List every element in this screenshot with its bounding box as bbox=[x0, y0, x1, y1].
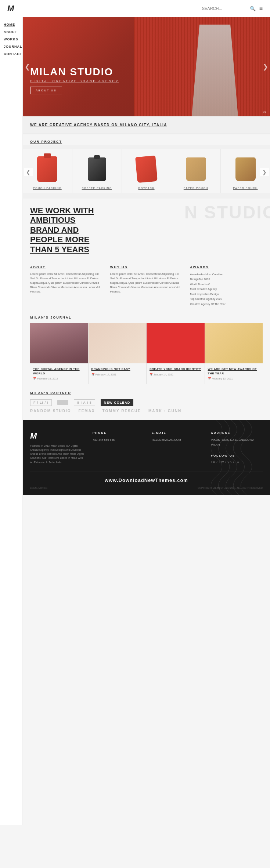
partner-logo-mark: MARK : GUNN bbox=[148, 409, 181, 413]
project-img-doypack bbox=[132, 155, 161, 184]
project-item-paper1[interactable]: PAPER POUCH bbox=[171, 149, 221, 193]
project-label-paper2: PAPER POUCH bbox=[233, 187, 258, 189]
footer-logo: M bbox=[30, 431, 85, 441]
journal-grid: TOP DIGITAL AGENCY IN THE WORLD 📅 Februa… bbox=[30, 323, 263, 384]
journal-item-3[interactable]: CREATE YOUR BRAND IDENTITY 📅 January 14,… bbox=[147, 323, 205, 384]
partner-logo-icons: 8 I A I 8 bbox=[74, 399, 95, 406]
carousel-prev-arrow[interactable]: ❮ bbox=[24, 168, 33, 176]
hero-about-button[interactable]: ABOUT US bbox=[30, 87, 62, 94]
journal-item-1[interactable]: TOP DIGITAL AGENCY IN THE WORLD 📅 Februa… bbox=[30, 323, 89, 384]
logo: M bbox=[7, 4, 14, 13]
awards-list: Awardardes Most Creative DesignTop 1000 … bbox=[190, 272, 263, 307]
award-item-3: World Brands #1 bbox=[190, 282, 263, 287]
about-col-text-1: Lorem ipsum Dolor Sit Amet, Consectetur … bbox=[30, 272, 103, 294]
footer-address: VIA ANTONIO DA LEGNAGO 92, MILAN bbox=[211, 437, 263, 447]
footer-description: Founded In 2013, Milan Studio Is A Digit… bbox=[30, 444, 85, 464]
search-input[interactable] bbox=[202, 6, 246, 11]
award-item-5: Most Inspiration Design bbox=[190, 292, 263, 297]
journal-img-4 bbox=[205, 323, 263, 363]
footer-col-logo: M Founded In 2013, Milan Studio Is A Dig… bbox=[30, 431, 85, 464]
footer-col-address: ADDRESS VIA ANTONIO DA LEGNAGO 92, MILAN… bbox=[211, 431, 263, 464]
hero-text-block: MILAN STUDIO DIGITAL CREATIVE BRAND AGEN… bbox=[30, 66, 119, 94]
pouch-paper-icon bbox=[186, 157, 206, 181]
project-label-paper1: PAPER POUCH bbox=[184, 187, 208, 189]
journal-item-4[interactable]: WE ARE GET NEW AWARDS OF THE YEAR 📅 Febr… bbox=[205, 323, 263, 384]
project-carousel: ❮ POUCH PACKING COFFEE PACKING bbox=[23, 145, 270, 199]
project-label-pouch: POUCH PACKING bbox=[33, 187, 62, 189]
about-col-text-2: Lorem ipsum Dolor Sit Amet, Consectetur … bbox=[110, 272, 183, 294]
pouch-black-icon bbox=[88, 157, 106, 181]
footer-col-email: E-MAIL HELLO@MILAN.COM bbox=[152, 431, 204, 464]
tagline-section: WE ARE CREATIVE AGENCY BASED ON MILANO C… bbox=[23, 116, 270, 134]
about-col-about: ABOUT Lorem ipsum Dolor Sit Amet, Consec… bbox=[30, 265, 103, 307]
about-wrapper: WE WORK WITH AMBITIOUS BRAND AND PEOPLE … bbox=[23, 199, 270, 310]
project-item-coffee[interactable]: COFFEE PACKING bbox=[72, 149, 122, 193]
award-item-6: Top Creative Agency 2020 bbox=[190, 297, 263, 302]
sidebar-item-contact[interactable]: CONTACT bbox=[4, 52, 19, 56]
hero-next-arrow[interactable]: ❯ bbox=[263, 63, 268, 71]
project-label-doypack: DOYPACK bbox=[138, 187, 154, 189]
carousel-next-arrow[interactable]: ❯ bbox=[260, 168, 269, 176]
our-project-title: OUR PROJECT bbox=[30, 140, 263, 144]
about-col-title-1: ABOUT bbox=[30, 265, 103, 269]
date-icon-4: 📅 bbox=[208, 377, 212, 380]
journal-img-3 bbox=[147, 323, 205, 363]
our-project-section: OUR PROJECT bbox=[23, 134, 270, 145]
footer-email-title: E-MAIL bbox=[152, 431, 204, 435]
sidebar-item-about[interactable]: ABOUT bbox=[4, 30, 19, 34]
journal-title-2: BRANDING IS NOT EASY bbox=[91, 367, 144, 371]
partner-logo-tommy: TOMMY RESCUE bbox=[102, 409, 141, 413]
sidebar-item-home[interactable]: HOME bbox=[4, 23, 19, 26]
pouch-paper2-icon bbox=[235, 157, 256, 181]
tagline-text: WE ARE CREATIVE AGENCY BASED ON MILANO C… bbox=[30, 123, 263, 127]
hero-subtitle: DIGITAL CREATIVE BRAND AGENCY bbox=[30, 79, 119, 83]
project-img-pouch bbox=[33, 155, 62, 184]
menu-button[interactable]: ≡ bbox=[259, 5, 263, 12]
journal-date-2: 📅 February 14, 2021 bbox=[91, 373, 144, 376]
partner-logo-random: RANDOM STUDIO bbox=[30, 409, 71, 413]
award-item-2: DesignTop 1000 bbox=[190, 277, 263, 282]
hero-prev-arrow[interactable]: ❮ bbox=[25, 63, 30, 71]
sidebar-item-journal[interactable]: JOURNAL bbox=[4, 45, 19, 48]
partner-logos-row1: F / LI / I 8 I A I 8 NEW COLEAD bbox=[30, 399, 263, 406]
sidebar-item-works[interactable]: WORKS bbox=[4, 37, 19, 41]
partner-section-title: MILAN'S PARTNER bbox=[30, 391, 263, 395]
project-img-paper2 bbox=[231, 155, 260, 184]
hero-indicator: 01 bbox=[263, 110, 266, 113]
journal-content-3: CREATE YOUR BRAND IDENTITY 📅 January 14,… bbox=[147, 363, 205, 379]
hero-section: MILAN STUDIO DIGITAL CREATIVE BRAND AGEN… bbox=[23, 17, 270, 116]
date-icon-1: 📅 bbox=[33, 377, 37, 380]
partner-logo-social: F / LI / I bbox=[30, 399, 52, 406]
footer-phone: +33 444 555 666 bbox=[93, 437, 144, 443]
journal-item-2[interactable]: BRANDING IS NOT EASY 📅 February 14, 2021 bbox=[89, 323, 147, 384]
journal-date-3: 📅 January 14, 2021 bbox=[150, 373, 202, 376]
footer: M Founded In 2013, Milan Studio Is A Dig… bbox=[23, 420, 270, 495]
journal-title-1: TOP DIGITAL AGENCY IN THE WORLD bbox=[33, 367, 85, 375]
header-right: 🔍 ≡ bbox=[202, 5, 263, 12]
header: M 🔍 ≡ bbox=[0, 0, 270, 17]
about-col-why: WHY US Lorem ipsum Dolor Sit Amet, Conse… bbox=[110, 265, 183, 307]
project-img-coffee bbox=[82, 155, 112, 184]
journal-title-3: CREATE YOUR BRAND IDENTITY bbox=[150, 367, 202, 371]
project-img-paper1 bbox=[181, 155, 210, 184]
partner-logo-new-colead: NEW COLEAD bbox=[101, 399, 134, 406]
studio-watermark: N STUDIO bbox=[184, 202, 270, 222]
about-headline: WE WORK WITH AMBITIOUS BRAND AND PEOPLE … bbox=[30, 206, 104, 254]
project-item-doypack[interactable]: DOYPACK bbox=[122, 149, 172, 193]
pouch-red2-icon bbox=[135, 156, 158, 183]
footer-follow-title: FOLLOW US bbox=[211, 454, 263, 457]
about-col-awards: AWARDS Awardardes Most Creative DesignTo… bbox=[190, 265, 263, 307]
journal-section-title: MILAN'S JOURNAL bbox=[30, 316, 263, 319]
about-columns: ABOUT Lorem ipsum Dolor Sit Amet, Consec… bbox=[30, 265, 263, 307]
footer-legal-notice[interactable]: LEGAL NOTICE bbox=[30, 487, 47, 489]
footer-website: www.DownloadNewThemes.com bbox=[30, 472, 263, 483]
journal-img-1 bbox=[30, 323, 88, 363]
journal-content-1: TOP DIGITAL AGENCY IN THE WORLD 📅 Februa… bbox=[30, 363, 88, 384]
partner-badge-1 bbox=[57, 400, 68, 405]
pouch-red-icon bbox=[37, 156, 57, 182]
search-button[interactable]: 🔍 bbox=[250, 6, 256, 11]
journal-date-1: 📅 February 14, 2018 bbox=[33, 377, 85, 380]
footer-legal: LEGAL NOTICE COPYRIGHT MILAN STUDIO 2021… bbox=[30, 487, 263, 489]
sidebar-nav: HOME ABOUT WORKS JOURNAL CONTACT bbox=[0, 17, 23, 825]
footer-social-links: FB / TW / LK / IG bbox=[211, 460, 263, 464]
